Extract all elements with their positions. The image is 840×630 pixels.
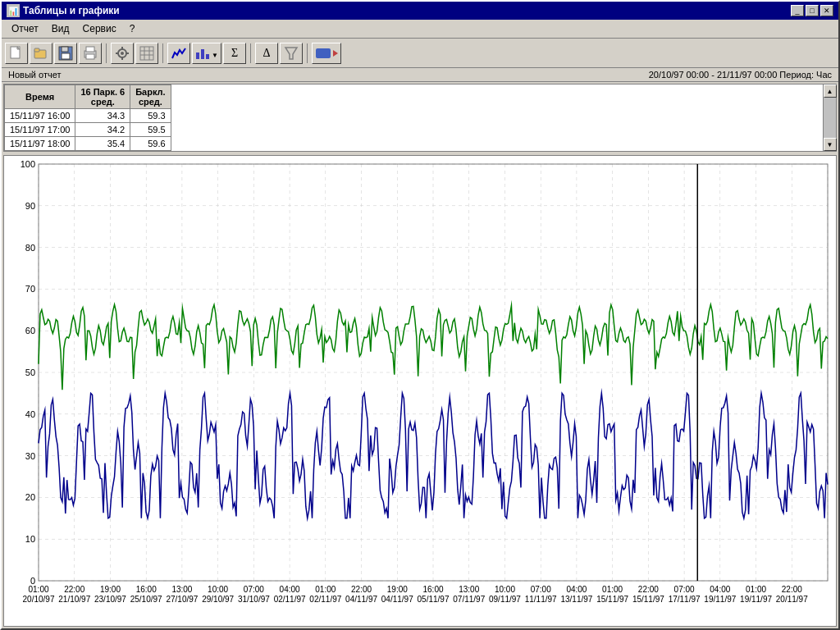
cell-time: 15/11/97 18:00 [5, 137, 75, 151]
chart-button[interactable] [167, 43, 190, 64]
svg-rect-6 [62, 53, 70, 59]
close-button[interactable]: ✕ [820, 5, 833, 16]
svg-rect-21 [196, 52, 199, 59]
cell-barkl: 59.5 [130, 123, 171, 137]
print-button[interactable] [79, 43, 102, 64]
title-bar: 📊 Таблицы и графики _ □ ✕ [2, 2, 838, 20]
chart-section [3, 155, 837, 627]
window-title: Таблицы и графики [23, 5, 120, 16]
svg-rect-22 [201, 49, 204, 59]
table-scroll: Время 16 Парк. 6сред. Баркл.сред. 15/11/… [4, 84, 823, 151]
svg-rect-9 [86, 54, 94, 59]
menu-report[interactable]: Отчет [5, 21, 45, 36]
menu-view[interactable]: Вид [45, 21, 76, 36]
table-row: 15/11/97 17:0034.259.5 [5, 123, 171, 137]
cell-time: 15/11/97 16:00 [5, 109, 75, 123]
scroll-track[interactable] [824, 98, 836, 138]
minimize-button[interactable]: _ [791, 5, 804, 16]
table-row: 15/11/97 16:0034.359.3 [5, 109, 171, 123]
cell-barkl: 59.6 [130, 137, 171, 151]
main-window: 📊 Таблицы и графики _ □ ✕ Отчет Вид Серв… [0, 0, 840, 630]
new-button[interactable] [5, 43, 28, 64]
svg-rect-26 [316, 48, 331, 58]
separator-1 [106, 43, 107, 63]
cell-barkl: 59.3 [130, 109, 171, 123]
sum-button[interactable]: Σ [223, 43, 246, 64]
col-header-time: Время [5, 85, 75, 109]
open-button[interactable] [30, 43, 52, 64]
filter-button[interactable] [280, 43, 303, 64]
status-bar: Новый отчет 20/10/97 00:00 - 21/11/97 00… [2, 68, 838, 82]
table-scrollbar: ▲ ▼ [823, 84, 836, 151]
delta-button[interactable]: Δ [255, 43, 278, 64]
table-wrapper: Время 16 Парк. 6сред. Баркл.сред. 15/11/… [4, 84, 836, 151]
separator-3 [250, 43, 251, 63]
cell-park: 34.3 [75, 109, 130, 123]
menu-service[interactable]: Сервис [76, 21, 123, 36]
svg-rect-8 [86, 47, 94, 52]
scroll-down-button[interactable]: ▼ [824, 138, 837, 151]
chart-type-button[interactable]: ▼ [192, 43, 221, 64]
separator-4 [307, 43, 308, 63]
sum-icon: Σ [231, 47, 238, 60]
run-button[interactable] [312, 43, 341, 64]
status-right: 20/10/97 00:00 - 21/11/97 00:00 Период: … [649, 70, 832, 80]
svg-text:▼: ▼ [212, 52, 218, 59]
svg-rect-23 [206, 54, 209, 59]
data-table: Время 16 Парк. 6сред. Баркл.сред. 15/11/… [4, 84, 171, 151]
svg-rect-3 [34, 48, 39, 52]
cell-park: 34.2 [75, 123, 130, 137]
cell-time: 15/11/97 17:00 [5, 123, 75, 137]
chart-canvas [4, 156, 836, 626]
col-header-park: 16 Парк. 6сред. [75, 85, 130, 109]
separator-2 [162, 43, 163, 63]
svg-marker-27 [333, 50, 338, 57]
main-content: Время 16 Парк. 6сред. Баркл.сред. 15/11/… [2, 82, 838, 628]
svg-point-11 [121, 52, 124, 55]
status-left: Новый отчет [8, 70, 61, 80]
save-button[interactable] [54, 43, 77, 64]
settings-button[interactable] [111, 43, 134, 64]
toolbar: ▼ Σ Δ [2, 39, 838, 68]
table-view-button[interactable] [135, 43, 158, 64]
cell-park: 35.4 [75, 137, 130, 151]
svg-marker-25 [285, 48, 297, 59]
table-section: Время 16 Парк. 6сред. Баркл.сред. 15/11/… [3, 84, 837, 152]
delta-icon: Δ [262, 47, 270, 60]
menu-help[interactable]: ? [123, 21, 142, 36]
svg-rect-16 [140, 47, 153, 60]
col-header-barkl: Баркл.сред. [130, 85, 171, 109]
title-bar-left: 📊 Таблицы и графики [7, 4, 120, 17]
menubar: Отчет Вид Сервис ? [2, 20, 838, 39]
table-row: 15/11/97 18:0035.459.6 [5, 137, 171, 151]
svg-rect-5 [62, 47, 68, 52]
title-buttons: _ □ ✕ [791, 5, 833, 16]
window-icon: 📊 [7, 4, 20, 17]
scroll-up-button[interactable]: ▲ [824, 84, 837, 98]
maximize-button[interactable]: □ [806, 5, 819, 16]
